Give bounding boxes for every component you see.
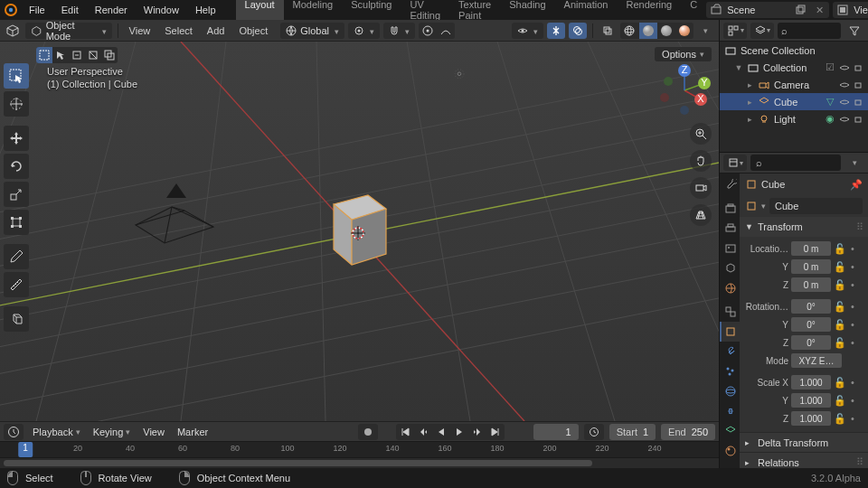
tab-render[interactable] bbox=[720, 199, 740, 219]
tab-modifiers[interactable] bbox=[720, 342, 740, 361]
tool-annotate[interactable] bbox=[4, 244, 29, 269]
select-mode-subtract[interactable] bbox=[69, 47, 85, 63]
keyframe-dot[interactable]: • bbox=[849, 413, 856, 424]
rotation-mode-field[interactable]: XYZ E… bbox=[791, 353, 842, 368]
zoom-button[interactable] bbox=[690, 123, 712, 145]
tab-object[interactable] bbox=[720, 322, 740, 342]
outliner-display-mode[interactable]: ▾ bbox=[750, 23, 774, 39]
disclosure-icon[interactable]: ▼ bbox=[734, 63, 743, 72]
eye-icon[interactable] bbox=[838, 61, 851, 74]
object-name-field[interactable]: Cube bbox=[769, 198, 863, 214]
camera-object[interactable] bbox=[127, 182, 217, 254]
keyframe-dot[interactable]: • bbox=[849, 279, 856, 290]
menu-edit[interactable]: Edit bbox=[54, 3, 86, 17]
orientation-selector[interactable]: Global bbox=[280, 23, 344, 39]
disclosure-icon[interactable]: ▸ bbox=[745, 115, 754, 124]
perspective-toggle-button[interactable] bbox=[690, 204, 712, 226]
camera-icon[interactable] bbox=[853, 96, 865, 108]
disclosure-icon[interactable]: ▸ bbox=[745, 80, 754, 89]
rotation-z-field[interactable]: 0° bbox=[791, 335, 831, 350]
scrollbar-thumb[interactable] bbox=[4, 460, 592, 466]
keyframe-dot[interactable]: • bbox=[849, 377, 856, 388]
timeline-keying[interactable]: Keying▾ bbox=[90, 426, 135, 438]
tool-scale[interactable] bbox=[4, 182, 29, 207]
tab-world[interactable] bbox=[720, 278, 740, 298]
lock-icon[interactable]: 🔓 bbox=[834, 377, 846, 389]
gizmo-toggle[interactable] bbox=[547, 23, 565, 39]
breadcrumb-object[interactable]: Cube bbox=[761, 179, 785, 190]
outliner-cube[interactable]: ▸ Cube ▽ bbox=[720, 93, 868, 110]
camera-icon[interactable] bbox=[853, 61, 865, 74]
location-z-field[interactable]: 0 m bbox=[791, 277, 831, 292]
scale-x-field[interactable]: 1.000 bbox=[791, 375, 831, 389]
keyframe-dot[interactable]: • bbox=[849, 395, 856, 406]
eye-icon[interactable] bbox=[838, 79, 851, 91]
tab-physics[interactable] bbox=[720, 381, 740, 401]
play-button[interactable] bbox=[450, 424, 468, 440]
disclosure-icon[interactable]: ▸ bbox=[745, 98, 754, 107]
object-visibility[interactable] bbox=[512, 23, 543, 39]
relations-panel-header[interactable]: ▸Relations⠿ bbox=[740, 452, 868, 468]
timeline-playback[interactable]: Playback▾ bbox=[29, 426, 84, 438]
current-frame-field[interactable]: 1 bbox=[533, 424, 579, 440]
next-keyframe-button[interactable] bbox=[468, 424, 486, 440]
outliner-camera[interactable]: ▸ Camera bbox=[720, 76, 868, 93]
select-mode-invert[interactable] bbox=[85, 47, 101, 63]
scene-delete-icon[interactable]: ✕ bbox=[812, 3, 826, 17]
tab-data[interactable] bbox=[720, 421, 740, 441]
tab-constraints[interactable] bbox=[720, 401, 740, 421]
overlay-toggle[interactable] bbox=[569, 23, 587, 39]
shading-wireframe[interactable] bbox=[620, 23, 638, 39]
lock-icon[interactable]: 🔓 bbox=[834, 319, 846, 331]
keyframe-dot[interactable]: • bbox=[849, 319, 856, 330]
tab-viewlayer[interactable] bbox=[720, 239, 740, 258]
end-frame-field[interactable]: End250 bbox=[661, 424, 715, 440]
lock-icon[interactable]: 🔓 bbox=[834, 395, 846, 407]
tool-move[interactable] bbox=[4, 126, 29, 151]
3d-viewport[interactable]: Options▾ User Perspective (1) Collection… bbox=[0, 42, 719, 421]
keyframe-dot[interactable]: • bbox=[849, 261, 856, 272]
shading-options[interactable]: ▾ bbox=[697, 23, 715, 39]
camera-icon[interactable] bbox=[853, 79, 865, 91]
camera-view-button[interactable] bbox=[690, 177, 712, 199]
prev-keyframe-button[interactable] bbox=[414, 424, 432, 440]
properties-search[interactable]: ⌕ bbox=[750, 155, 841, 171]
mesh-data-icon[interactable]: ▽ bbox=[824, 96, 836, 108]
timeline-editor-type[interactable] bbox=[4, 424, 24, 440]
keyframe-dot[interactable]: • bbox=[849, 243, 856, 254]
menu-render[interactable]: Render bbox=[88, 3, 135, 17]
delta-transform-panel-header[interactable]: ▸Delta Transform bbox=[740, 432, 868, 452]
mode-selector[interactable]: Object Mode bbox=[25, 23, 112, 39]
lock-icon[interactable]: 🔓 bbox=[834, 301, 846, 313]
play-reverse-button[interactable] bbox=[432, 424, 450, 440]
outliner-filter[interactable] bbox=[844, 23, 864, 39]
properties-editor-type[interactable]: ▾ bbox=[723, 155, 747, 171]
timeline-scrollbar[interactable] bbox=[0, 457, 719, 468]
outliner-editor-type[interactable]: ▾ bbox=[723, 23, 747, 39]
tool-rotate[interactable] bbox=[4, 154, 29, 179]
lock-icon[interactable]: 🔓 bbox=[834, 261, 846, 273]
timeline-marker[interactable]: Marker bbox=[174, 426, 212, 438]
viewlayer-selector[interactable]: ViewLayer ✕ bbox=[833, 2, 868, 18]
tab-particles[interactable] bbox=[720, 361, 740, 381]
menu-view[interactable]: View bbox=[124, 23, 156, 39]
outliner-collection[interactable]: ▼ Collection ☑ bbox=[720, 59, 868, 76]
tool-measure[interactable] bbox=[4, 272, 29, 297]
menu-add[interactable]: Add bbox=[202, 23, 231, 39]
menu-help[interactable]: Help bbox=[188, 3, 223, 17]
keyframe-dot[interactable]: • bbox=[849, 337, 856, 348]
shading-solid[interactable] bbox=[639, 23, 657, 39]
timeline-ruler[interactable]: 1 20406080100120140160180200220240 bbox=[0, 441, 719, 457]
proportional-edit-toggle[interactable] bbox=[419, 23, 437, 39]
lock-icon[interactable]: 🔓 bbox=[834, 243, 846, 255]
viewport-options[interactable]: Options▾ bbox=[655, 47, 712, 61]
checkbox-icon[interactable]: ☑ bbox=[824, 61, 836, 74]
scale-y-field[interactable]: 1.000 bbox=[791, 393, 831, 408]
lock-icon[interactable]: 🔓 bbox=[834, 337, 846, 349]
tab-output[interactable] bbox=[720, 219, 740, 239]
select-mode-box[interactable] bbox=[36, 47, 52, 63]
lock-icon[interactable]: 🔓 bbox=[834, 413, 846, 425]
outliner-light[interactable]: ▸ Light ◉ bbox=[720, 110, 868, 127]
rotation-y-field[interactable]: 0° bbox=[791, 317, 831, 332]
snap-selector[interactable] bbox=[383, 23, 415, 39]
